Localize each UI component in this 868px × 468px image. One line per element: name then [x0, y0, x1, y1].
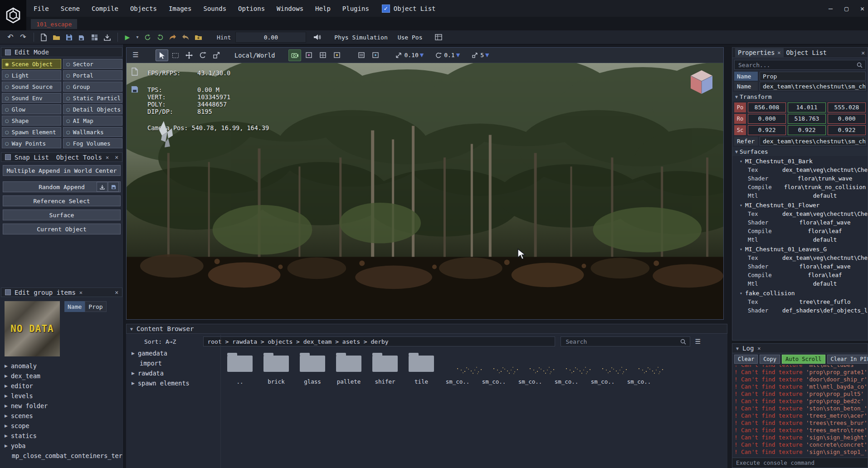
position-x-field[interactable]: 856.008	[748, 102, 786, 112]
close-button[interactable]: ✕	[860, 5, 864, 13]
menu-item-options[interactable]: Options	[238, 5, 265, 12]
group-item-thumbnail[interactable]: NO DATA	[5, 301, 60, 356]
cb-tree-rawdata[interactable]: ▶rawdata	[128, 368, 219, 378]
tree-item-scope[interactable]: ▶scope	[1, 421, 122, 431]
shader-value[interactable]: flora\trunk_wave	[782, 175, 868, 182]
log-clear-in-pie-button[interactable]: Clear In PIE	[827, 355, 868, 364]
expand-arrow-icon[interactable]: ▶	[5, 434, 8, 438]
cb-tree-gamedata[interactable]: ▶gamedata	[128, 348, 219, 358]
move-tool-button[interactable]	[183, 49, 195, 61]
edit-mode-way-points[interactable]: ○Way Points	[2, 138, 61, 148]
menu-item-windows[interactable]: Windows	[277, 5, 303, 12]
expand-arrow-icon[interactable]: ▶	[132, 351, 135, 356]
viewport-menu-button[interactable]: ☰	[129, 49, 142, 61]
viewport-option-1-button[interactable]	[302, 49, 315, 61]
tab-snap-list[interactable]: Snap List	[15, 154, 49, 161]
shader-value[interactable]: flora\leaf_wave	[782, 219, 868, 226]
tex-value[interactable]: dex_team\veg\chectnut\Ches	[782, 210, 868, 217]
tree-item-scenes[interactable]: ▶scenes	[1, 411, 122, 421]
orientation-cube-gizmo[interactable]	[687, 68, 716, 97]
reload-button[interactable]	[154, 32, 166, 43]
tree-item-anomaly[interactable]: ▶anomaly	[1, 361, 122, 371]
scale-z-field[interactable]: 0.922	[828, 125, 866, 135]
edit-mode-sound-source[interactable]: ○Sound Source	[2, 82, 61, 92]
object-list-checkbox-label[interactable]: Object List	[394, 5, 436, 12]
tex-value[interactable]: dex_team\veg\chectnut\Ches	[782, 166, 868, 173]
select-tool-button[interactable]	[156, 49, 168, 61]
content-search-field[interactable]	[561, 336, 690, 346]
view-options-icon[interactable]: ☰	[695, 338, 701, 345]
add-folder-button[interactable]	[192, 32, 204, 43]
menu-item-scene[interactable]: Scene	[61, 5, 80, 12]
object-list-checkbox[interactable]: ✓	[382, 5, 390, 13]
surface-group-header[interactable]: ▾MI_Chestnut_01_Flower	[732, 201, 868, 210]
shader-value[interactable]: flora\leaf_wave	[782, 263, 868, 270]
menu-item-file[interactable]: File	[34, 5, 49, 12]
folder-item-tile[interactable]: tile	[405, 350, 437, 385]
mtl-value[interactable]: default	[782, 280, 868, 287]
tab-properties[interactable]: Properties✕	[735, 48, 784, 57]
random-append-button[interactable]: Random Append	[3, 181, 121, 192]
expand-arrow-icon[interactable]: ▶	[132, 381, 135, 385]
multiple-append-button[interactable]: Multiple Append in World Center	[3, 165, 121, 176]
expand-arrow-icon[interactable]: ▶	[5, 394, 8, 398]
save-small-icon[interactable]	[108, 182, 119, 192]
panel-close-icon[interactable]: ✕	[115, 154, 118, 161]
use-pos-button[interactable]: Use Pos	[398, 34, 423, 41]
collapse-triangle-icon[interactable]: ▼	[736, 346, 739, 351]
object-item-sm-co-2[interactable]: sm_co..	[478, 350, 510, 385]
position-z-field[interactable]: 555.028	[828, 102, 866, 112]
log-clear-button[interactable]: Clear	[734, 355, 758, 364]
menu-item-images[interactable]: Images	[169, 5, 192, 12]
tree-item-new-folder[interactable]: ▶new folder	[1, 401, 122, 411]
snap-rotate-value[interactable]: 0.1	[444, 52, 454, 58]
tree-item-editor[interactable]: ▶editor	[1, 381, 122, 391]
tex-value[interactable]: dex_team\veg\chectnut\Ches	[782, 254, 868, 261]
surface-button[interactable]: Surface	[3, 210, 121, 220]
caret-down-icon[interactable]: ▼	[485, 52, 489, 58]
import-button[interactable]	[101, 32, 113, 43]
name-value[interactable]: Prop	[85, 301, 106, 312]
refresh-button[interactable]	[141, 32, 153, 43]
console-command-input[interactable]	[735, 459, 865, 467]
caret-down-icon[interactable]: ▼	[456, 52, 460, 58]
play-options-button[interactable]: ▾	[134, 32, 141, 43]
panel-close-icon[interactable]: ✕	[115, 289, 118, 296]
open-scene-button[interactable]	[50, 32, 62, 43]
surface-group-header[interactable]: ▾MI_Chestnut_01_Leaves_G	[732, 245, 868, 253]
viewport-option-3-button[interactable]	[331, 49, 343, 61]
viewport-option-2-button[interactable]	[317, 49, 329, 61]
minimize-button[interactable]: –	[829, 5, 833, 13]
camera-mode-button[interactable]	[288, 49, 301, 61]
folder-item-shifer[interactable]: shifer	[369, 350, 401, 385]
compile-value[interactable]: flora\trunk_no_collision	[782, 184, 868, 190]
edit-mode-static-particles[interactable]: ○Static Particl	[63, 93, 122, 103]
object-item-sm-co-5[interactable]: sm_co..	[587, 350, 619, 385]
edit-mode-sector[interactable]: ○Sector	[63, 59, 122, 69]
tab-object-list[interactable]: Object List	[786, 49, 827, 56]
mtl-value[interactable]: default	[782, 236, 868, 243]
scale-x-field[interactable]: 0.922	[748, 125, 786, 135]
name-value[interactable]: Prop	[760, 72, 866, 81]
export-all-button[interactable]	[180, 32, 191, 43]
edit-mode-shape[interactable]: ○Shape	[2, 116, 61, 126]
expand-arrow-icon[interactable]: ▶	[5, 374, 8, 378]
compile-value[interactable]: flora\leaf	[782, 228, 868, 234]
menu-item-plugins[interactable]: Plugins	[342, 5, 369, 12]
log-close-icon[interactable]: ✕	[757, 345, 761, 351]
object-item-sm-co-4[interactable]: sm_co..	[551, 350, 582, 385]
sort-button[interactable]: Sort: A→Z	[144, 338, 176, 345]
scale-y-field[interactable]: 0.922	[788, 125, 826, 135]
edit-mode-sound-env[interactable]: ○Sound Env	[2, 93, 61, 103]
spawn-element-marker[interactable]	[156, 120, 176, 149]
scale-tool-button[interactable]	[210, 49, 223, 61]
save-as-button[interactable]	[76, 32, 88, 43]
collapse-triangle-icon[interactable]: ▼	[130, 327, 133, 332]
export-button[interactable]	[167, 32, 179, 43]
tex-value[interactable]: tree\tree_fuflo	[782, 298, 868, 305]
tab-close-icon[interactable]: ✕	[777, 49, 780, 56]
level-tab-101-escape[interactable]: 101_escape	[31, 19, 77, 29]
expand-arrow-icon[interactable]: ▶	[5, 384, 8, 388]
rotation-z-field[interactable]: 0.000	[828, 114, 866, 124]
surface-group-header[interactable]: ▾MI_Chestnut_01_Bark	[732, 157, 868, 166]
